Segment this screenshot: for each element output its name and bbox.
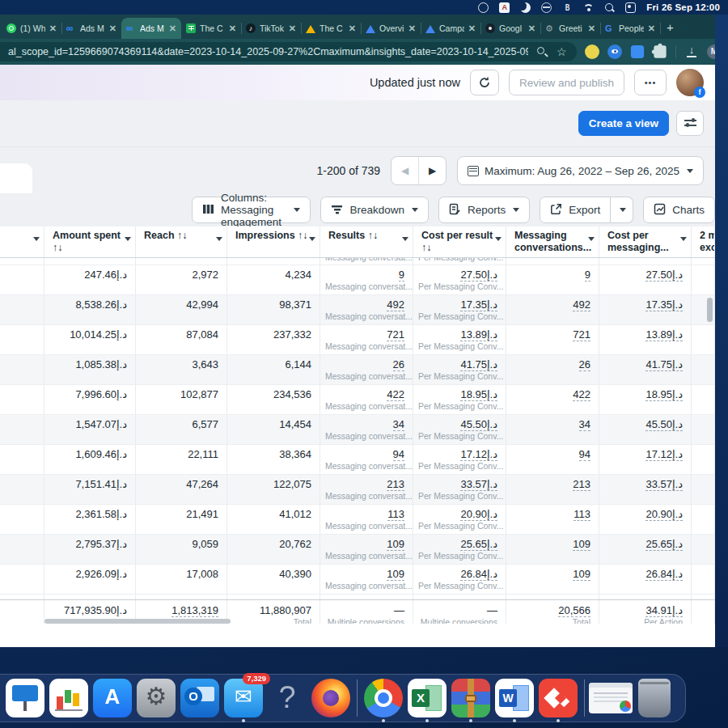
browser-tab-ads-m[interactable]: Ads M ✕ bbox=[61, 18, 121, 39]
new-tab-button[interactable]: + bbox=[667, 20, 674, 34]
messaging-conversations-value[interactable]: 26 bbox=[579, 358, 590, 371]
previous-page-button[interactable]: ◀ bbox=[392, 157, 419, 184]
tab-close-icon[interactable]: ✕ bbox=[109, 23, 116, 34]
cost-per-result-value[interactable]: 27.50د.إ bbox=[460, 269, 497, 281]
control-center-icon[interactable] bbox=[625, 2, 636, 13]
cost-per-messaging-value[interactable]: 26.84د.إ bbox=[645, 568, 683, 581]
extension-eye-icon[interactable] bbox=[607, 44, 622, 59]
create-a-view-button[interactable]: Create a view bbox=[578, 111, 669, 136]
dock-item-numbers[interactable] bbox=[47, 676, 91, 720]
address-bar[interactable]: al_scope_id=1259669074369114&date=2023-1… bbox=[0, 42, 577, 61]
messaging-conversations-value[interactable]: 34 bbox=[579, 418, 590, 431]
table-row[interactable]: 7,996.60د.إ102,877234,536422Messaging co… bbox=[0, 385, 715, 415]
next-page-button[interactable]: ▶ bbox=[419, 157, 446, 184]
results-value[interactable]: 492 bbox=[387, 298, 404, 311]
column-header-cpr[interactable]: Cost per result ↑↓ bbox=[413, 226, 506, 257]
tab-close-icon[interactable]: ✕ bbox=[169, 23, 176, 34]
tab-close-icon[interactable]: ✕ bbox=[588, 23, 595, 34]
results-value[interactable]: 721 bbox=[387, 328, 404, 341]
bluetooth-icon[interactable]: B bbox=[564, 2, 571, 13]
a-app-icon[interactable] bbox=[499, 2, 510, 13]
browser-tab-people[interactable]: People ✕ bbox=[600, 18, 660, 39]
user-avatar[interactable]: f bbox=[676, 69, 704, 96]
browser-tab--1-wh[interactable]: (1) Wh ✕ bbox=[2, 18, 61, 39]
column-header-reach[interactable]: Reach ↑↓ bbox=[136, 226, 227, 257]
column-header-impressions[interactable]: Impressions ↑↓ bbox=[227, 226, 320, 257]
cost-per-result-value[interactable]: 41.75د.إ bbox=[460, 358, 497, 371]
messaging-conversations-value[interactable]: 9 bbox=[585, 269, 590, 281]
results-value[interactable]: 26 bbox=[393, 358, 404, 371]
cost-per-messaging-value[interactable]: 27.50د.إ bbox=[645, 269, 683, 281]
table-row[interactable]: 1,609.46د.إ22,11138,36494Messaging conve… bbox=[0, 445, 715, 475]
dock-item-excel[interactable] bbox=[405, 676, 449, 720]
cost-per-result-value[interactable]: 20.90د.إ bbox=[460, 508, 497, 521]
dock-item-anydesk[interactable] bbox=[536, 676, 580, 720]
column-header-cpm[interactable]: Cost per messaging... bbox=[599, 226, 692, 257]
messaging-conversations-value[interactable]: 113 bbox=[574, 508, 590, 521]
cost-per-result-value[interactable]: 45.50د.إ bbox=[460, 418, 497, 431]
total-reach-value[interactable]: 1,813,319 bbox=[171, 604, 218, 617]
column-menu-chevron-icon[interactable] bbox=[216, 237, 222, 241]
tab-close-icon[interactable]: ✕ bbox=[468, 23, 476, 34]
cost-per-result-value[interactable]: 26.84د.إ bbox=[460, 568, 497, 581]
export-button[interactable]: Export bbox=[540, 197, 611, 223]
column-header-blank[interactable] bbox=[0, 226, 44, 257]
do-not-disturb-icon[interactable] bbox=[520, 2, 531, 13]
review-and-publish-button[interactable]: Review and publish bbox=[509, 70, 624, 95]
column-header-amount[interactable]: Amount spent ↑↓ bbox=[44, 226, 136, 257]
messaging-conversations-value[interactable]: 109 bbox=[573, 568, 590, 581]
vertical-scrollbar[interactable] bbox=[707, 298, 713, 322]
dock-item-appstore[interactable] bbox=[91, 676, 134, 720]
export-options-button[interactable] bbox=[611, 197, 633, 223]
cost-per-result-value[interactable]: 25.65د.إ bbox=[460, 538, 497, 551]
browser-tab-greeti[interactable]: Greeti ✕ bbox=[540, 18, 600, 39]
results-value[interactable]: 9 bbox=[399, 269, 404, 281]
column-menu-chevron-icon[interactable] bbox=[33, 237, 40, 241]
extensions-puzzle-icon[interactable] bbox=[654, 45, 666, 57]
reports-button[interactable]: Reports bbox=[438, 197, 530, 223]
cost-per-messaging-value[interactable]: 41.75د.إ bbox=[645, 358, 683, 371]
messaging-conversations-value[interactable]: 94 bbox=[579, 448, 590, 461]
column-menu-chevron-icon[interactable] bbox=[495, 237, 502, 241]
messaging-conversations-value[interactable]: 109 bbox=[573, 538, 590, 551]
bookmark-star-icon[interactable]: ☆ bbox=[557, 46, 569, 58]
dock-item-mail[interactable]: 7,329 bbox=[222, 676, 265, 720]
dock-item-keynote[interactable] bbox=[3, 676, 47, 720]
table-row[interactable]: 8,538.26د.إ42,99498,371492Messaging conv… bbox=[0, 295, 715, 325]
browser-tab-the-c[interactable]: The C ✕ bbox=[301, 18, 361, 39]
tab-close-icon[interactable]: ✕ bbox=[349, 23, 356, 34]
table-row[interactable]: 7,151.41د.إ47,264122,075213Messaging con… bbox=[0, 475, 715, 505]
messaging-conversations-value[interactable]: 213 bbox=[573, 478, 590, 491]
tab-close-icon[interactable]: ✕ bbox=[648, 23, 655, 34]
browser-tab-tiktok[interactable]: TikTok ✕ bbox=[241, 18, 301, 39]
cost-per-result-value[interactable]: 33.57د.إ bbox=[460, 478, 497, 491]
dock-item-trash[interactable] bbox=[633, 676, 676, 720]
dock-item-chrome[interactable] bbox=[362, 676, 405, 720]
charts-button[interactable]: Charts bbox=[643, 197, 715, 223]
column-menu-chevron-icon[interactable] bbox=[680, 237, 687, 241]
cost-per-result-value[interactable]: 13.89د.إ bbox=[460, 328, 497, 341]
extension-yellow-icon[interactable] bbox=[585, 44, 599, 59]
table-row[interactable]: 247.46د.إ2,9724,2349Messaging conversat.… bbox=[0, 265, 715, 295]
breakdown-button[interactable]: Breakdown bbox=[320, 197, 429, 223]
results-value[interactable]: 94 bbox=[393, 448, 404, 461]
results-value[interactable]: 109 bbox=[387, 538, 404, 551]
downloads-icon[interactable] bbox=[684, 44, 699, 59]
tab-close-icon[interactable]: ✕ bbox=[49, 23, 57, 34]
table-row[interactable]: 2,361.58د.إ21,49141,012113Messaging conv… bbox=[0, 505, 715, 535]
messaging-conversations-value[interactable]: 721 bbox=[573, 328, 590, 341]
browser-tab-ads-m[interactable]: Ads M ✕ bbox=[121, 18, 181, 39]
dock-item-word[interactable] bbox=[493, 676, 536, 720]
table-row[interactable]: 2,795.37د.إ9,05920,762109Messaging conve… bbox=[0, 535, 715, 565]
campaign-panel-tab[interactable] bbox=[0, 163, 32, 193]
cost-per-result-value[interactable]: 17.12د.إ bbox=[460, 448, 497, 461]
column-menu-chevron-icon[interactable] bbox=[402, 237, 408, 241]
results-value[interactable]: 113 bbox=[387, 508, 404, 521]
cost-per-messaging-value[interactable]: 45.50د.إ bbox=[645, 418, 683, 431]
cost-per-messaging-value[interactable]: 17.35د.إ bbox=[645, 298, 683, 311]
cost-per-result-value[interactable]: 17.35د.إ bbox=[460, 298, 497, 311]
spotlight-search-icon[interactable] bbox=[604, 2, 615, 13]
messaging-conversations-value[interactable]: 492 bbox=[573, 298, 590, 311]
table-row[interactable]: 1,085.38د.إ3,6436,14426Messaging convers… bbox=[0, 355, 715, 385]
column-menu-chevron-icon[interactable] bbox=[588, 237, 595, 241]
